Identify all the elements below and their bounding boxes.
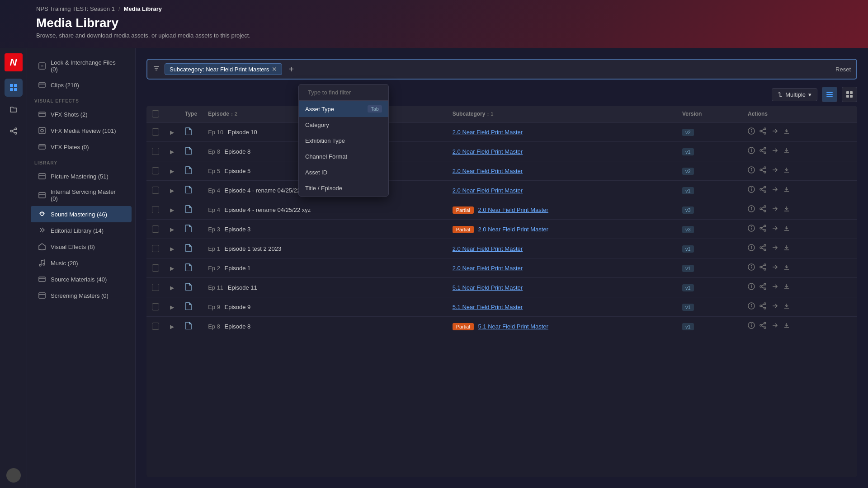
row-expand-cell[interactable]: ▶ [165,200,179,220]
sort-button[interactable]: ⇅ Multiple ▾ [772,88,817,101]
download-icon[interactable] [783,244,790,253]
row-expand-arrow[interactable]: ▶ [170,226,174,233]
dropdown-item-asset-type[interactable]: Asset Type Tab [299,101,388,117]
sidebar-item-look-interchange[interactable]: Look & Interchange Files (0) [31,55,132,77]
row-checkbox-cell[interactable] [146,220,165,239]
row-checkbox-cell[interactable] [146,161,165,181]
sidebar-item-internal-servicing[interactable]: Internal Servicing Master (0) [31,184,132,206]
download-icon[interactable] [783,186,790,195]
forward-icon[interactable] [771,186,778,195]
sidebar-item-vfx-media[interactable]: VFX Media Review (101) [31,122,132,139]
row-checkbox[interactable] [152,148,159,155]
row-checkbox[interactable] [152,206,159,213]
row-expand-cell[interactable]: ▶ [165,122,179,142]
share-icon[interactable] [760,244,767,253]
share-icon[interactable] [760,322,767,331]
asset-link[interactable]: 2.0 Near Field Print Master [453,148,523,155]
share-icon[interactable] [760,225,767,234]
row-expand-arrow[interactable]: ▶ [170,304,174,310]
sidebar-item-screening-masters[interactable]: Screening Masters (0) [31,287,132,304]
row-expand-arrow[interactable]: ▶ [170,207,174,213]
row-expand-arrow[interactable]: ▶ [170,324,174,330]
share-icon[interactable] [760,186,767,195]
asset-link[interactable]: 2.0 Near Field Print Master [453,129,523,136]
row-checkbox[interactable] [152,225,159,233]
download-icon[interactable] [783,225,790,234]
row-expand-arrow[interactable]: ▶ [170,188,174,194]
row-expand-cell[interactable]: ▶ [165,220,179,239]
row-expand-cell[interactable]: ▶ [165,142,179,161]
forward-icon[interactable] [771,166,778,175]
share-icon[interactable] [760,283,767,292]
filter-reset-button[interactable]: Reset [835,66,851,73]
dropdown-item-asset-id[interactable]: Asset ID [299,164,388,180]
sidebar-item-music[interactable]: Music (20) [31,255,132,271]
dropdown-item-channel-format[interactable]: Channel Format [299,149,388,164]
sidebar-item-sound-mastering[interactable]: Sound Mastering (46) [31,206,132,222]
row-checkbox[interactable] [152,245,159,252]
sidebar-icon-share[interactable] [5,122,23,140]
sidebar-item-vfx-shots[interactable]: VFX Shots (2) [31,106,132,122]
row-checkbox-cell[interactable] [146,278,165,297]
dropdown-item-title-episode[interactable]: Title / Episode [299,180,388,196]
info-icon[interactable] [748,263,755,272]
asset-link[interactable]: 5.1 Near Field Print Master [453,304,523,310]
share-icon[interactable] [760,263,767,272]
info-icon[interactable] [748,127,755,136]
info-icon[interactable] [748,322,755,331]
forward-icon[interactable] [771,244,778,253]
row-expand-arrow[interactable]: ▶ [170,168,174,174]
row-checkbox[interactable] [152,323,159,330]
forward-icon[interactable] [771,263,778,272]
dropdown-item-exhibition-type[interactable]: Exhibition Type [299,133,388,149]
asset-link[interactable]: 2.0 Near Field Print Master [453,168,523,174]
header-subcategory[interactable]: Subcategory ↕ 1 [447,106,677,122]
user-avatar[interactable] [6,468,21,483]
sidebar-item-picture-mastering[interactable]: Picture Mastering (51) [31,168,132,184]
forward-icon[interactable] [771,225,778,234]
view-grid-button[interactable] [842,87,857,102]
sidebar-item-source-materials[interactable]: Source Materials (40) [31,271,132,287]
row-expand-arrow[interactable]: ▶ [170,265,174,272]
row-checkbox[interactable] [152,187,159,194]
info-icon[interactable] [748,302,755,311]
info-icon[interactable] [748,244,755,253]
sidebar-icon-folder[interactable] [5,100,23,118]
active-filter-tag[interactable]: Subcategory: Near Field Print Masters ✕ [165,63,282,75]
dropdown-item-category[interactable]: Category [299,117,388,133]
view-list-button[interactable] [822,87,837,102]
info-icon[interactable] [748,225,755,234]
sidebar-item-visual-effects[interactable]: Visual Effects (8) [31,239,132,255]
download-icon[interactable] [783,166,790,175]
row-expand-arrow[interactable]: ▶ [170,285,174,291]
share-icon[interactable] [760,127,767,136]
row-expand-cell[interactable]: ▶ [165,161,179,181]
info-icon[interactable] [748,186,755,195]
row-expand-cell[interactable]: ▶ [165,317,179,336]
row-checkbox-cell[interactable] [146,297,165,317]
download-icon[interactable] [783,205,790,214]
row-expand-arrow[interactable]: ▶ [170,149,174,155]
download-icon[interactable] [783,302,790,311]
forward-icon[interactable] [771,147,778,156]
info-icon[interactable] [748,166,755,175]
row-expand-cell[interactable]: ▶ [165,278,179,297]
download-icon[interactable] [783,127,790,136]
download-icon[interactable] [783,263,790,272]
asset-link[interactable]: 2.0 Near Field Print Master [453,265,523,272]
forward-icon[interactable] [771,127,778,136]
row-checkbox-cell[interactable] [146,200,165,220]
row-checkbox-cell[interactable] [146,239,165,258]
row-checkbox-cell[interactable] [146,122,165,142]
asset-link[interactable]: 5.1 Near Field Print Master [478,323,548,330]
download-icon[interactable] [783,147,790,156]
forward-icon[interactable] [771,205,778,214]
sidebar-item-editorial-library[interactable]: Editorial Library (14) [31,222,132,239]
forward-icon[interactable] [771,322,778,331]
row-expand-cell[interactable]: ▶ [165,297,179,317]
info-icon[interactable] [748,147,755,156]
asset-link[interactable]: 2.0 Near Field Print Master [478,206,548,213]
asset-link[interactable]: 2.0 Near Field Print Master [453,245,523,252]
download-icon[interactable] [783,283,790,292]
share-icon[interactable] [760,205,767,214]
